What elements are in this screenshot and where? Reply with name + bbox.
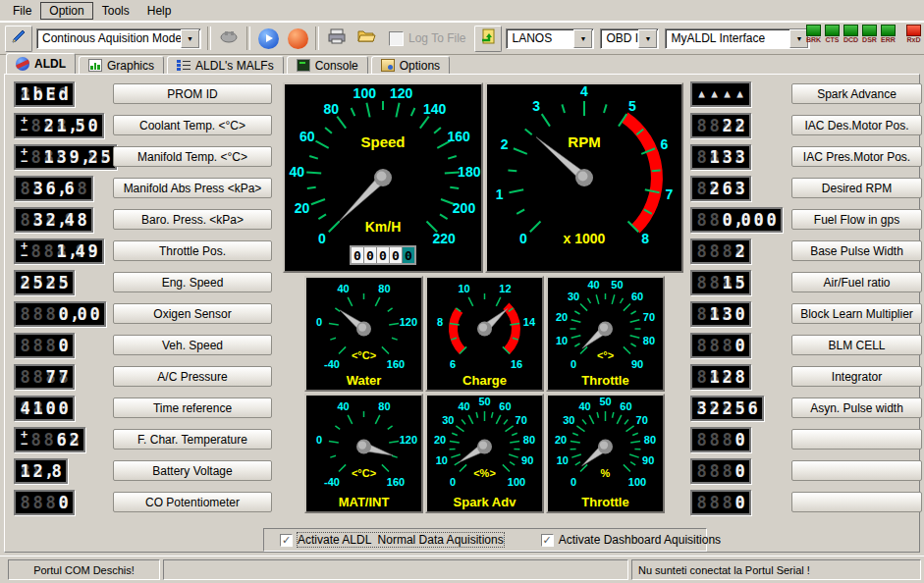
svg-text:0: 0 xyxy=(316,434,322,446)
svg-text:0: 0 xyxy=(571,358,576,370)
menu-tools[interactable]: Tools xyxy=(93,2,138,20)
tab-console[interactable]: Console xyxy=(287,56,368,75)
tab-aldl[interactable]: ALDL xyxy=(6,53,76,75)
sign-indicator: +− xyxy=(19,241,29,261)
obd-select[interactable]: OBD I ▼ xyxy=(600,28,659,49)
tab-label: Graphics xyxy=(107,59,154,73)
chevron-down-icon[interactable]: ▼ xyxy=(181,29,199,48)
sign-indicator: +− xyxy=(19,147,29,167)
parameter-label-button[interactable]: Throttle Pos. xyxy=(113,240,272,261)
svg-text:8: 8 xyxy=(641,231,649,246)
svg-text:8: 8 xyxy=(437,316,443,328)
parameter-label-button[interactable]: Coolant Temp. <°C> xyxy=(113,115,272,135)
port-indicator-cts: CTS xyxy=(823,25,842,44)
stop-button[interactable] xyxy=(284,26,311,52)
parameter-label-button[interactable]: Block Learn Multiplier xyxy=(791,303,922,324)
parameter-label-button[interactable]: Time reference xyxy=(113,398,272,418)
svg-text:-40: -40 xyxy=(324,476,340,488)
svg-text:60: 60 xyxy=(631,291,643,302)
edit-button[interactable] xyxy=(5,26,32,52)
parameter-label-button[interactable]: IAC Pres.Motor Pos. xyxy=(791,146,922,167)
toolbar: Continous Aquisition Mode ▼ Log To File xyxy=(0,22,924,55)
parameter-label-button[interactable]: Air/Fuel ratio xyxy=(791,272,922,292)
tab-bar: ALDL Graphics ALDL's MALFs Console Optio… xyxy=(6,53,450,75)
tab-graphics[interactable]: Graphics xyxy=(79,56,164,75)
chart-icon xyxy=(88,59,102,72)
svg-text:160: 160 xyxy=(387,358,405,370)
print-button[interactable] xyxy=(323,26,351,52)
svg-text:<°>: <°> xyxy=(597,349,614,361)
toolbar-separator xyxy=(315,26,319,50)
tab-label: ALDL's MALFs xyxy=(195,59,274,73)
parameter-label-button[interactable]: Asyn. Pulse width xyxy=(791,398,922,418)
aldl-acquisition-checkbox[interactable]: ✓ Activate ALDL Normal Data Aquisitions xyxy=(280,533,504,547)
connect-button[interactable] xyxy=(215,26,243,52)
port-indicator-rxd: RxD xyxy=(904,25,923,44)
parameter-label-button[interactable]: Manifold Abs Press <kPa> xyxy=(113,178,272,198)
svg-text:Charge: Charge xyxy=(462,373,507,388)
parameter-label-button[interactable]: Battery Voltage xyxy=(113,460,272,481)
dashboard-acquisition-checkbox[interactable]: ✓ Activate Dashboard Aquisitions xyxy=(541,533,721,547)
svg-text:80: 80 xyxy=(644,434,656,446)
led-display: 88882 xyxy=(690,238,751,264)
tab-label: Options xyxy=(400,59,440,73)
led-icon xyxy=(881,25,896,36)
tab-options[interactable]: Options xyxy=(371,56,450,75)
parameter-label-button[interactable]: BLM CELL xyxy=(791,335,922,355)
parameter-label-button[interactable] xyxy=(791,460,922,481)
parameter-label-button[interactable]: PROM ID xyxy=(113,83,272,104)
led-display: 8880,808080 xyxy=(690,207,783,233)
parameter-label-button[interactable]: Oxigen Sensor xyxy=(113,303,272,324)
dashboard-acquisition-label: Activate Dashboard Aquisitions xyxy=(559,533,721,547)
vehicle-value: LANOS xyxy=(507,31,573,45)
svg-text:MAT/INT: MAT/INT xyxy=(339,495,390,509)
parameter-label-button[interactable]: Desired RPM xyxy=(791,178,922,198)
chevron-down-icon[interactable]: ▼ xyxy=(638,29,657,48)
svg-text:Water: Water xyxy=(347,373,382,388)
status-bar: Portul COM Deschis! Nu sunteti conectat … xyxy=(0,556,924,583)
led-display: 88382,8488 xyxy=(14,207,93,233)
parameter-label-button[interactable]: Manifold Temp. <°C> xyxy=(113,146,272,167)
status-com-port: Portul COM Deschis! xyxy=(8,559,160,580)
open-log-button[interactable] xyxy=(353,26,380,52)
checkmark-icon: ✓ xyxy=(280,534,293,547)
app-window: { "menu": { "items": ["File", "Option", … xyxy=(0,0,924,583)
tab-aldl-malfs[interactable]: ALDL's MALFs xyxy=(167,56,284,75)
svg-text:200: 200 xyxy=(453,200,476,216)
menu-option[interactable]: Option xyxy=(40,2,92,20)
sign-indicator: +− xyxy=(19,430,29,450)
parameter-label-button[interactable]: Fuel Flow in gps xyxy=(791,209,922,230)
parameter-label-button[interactable]: Veh. Speed xyxy=(113,335,272,355)
toolbar-separator xyxy=(207,26,211,50)
menu-help[interactable]: Help xyxy=(138,2,181,20)
export-button[interactable] xyxy=(474,26,502,52)
svg-text:90: 90 xyxy=(631,358,643,370)
parameter-label-button[interactable]: IAC Des.Motor Pos. xyxy=(791,115,922,135)
parameter-label-button[interactable]: F. Char. Temperature xyxy=(113,429,272,450)
tab-label: Console xyxy=(315,59,358,73)
led-display: 88880 xyxy=(690,333,751,358)
interface-select[interactable]: MyALDL Interface ▼ xyxy=(665,28,810,49)
parameter-label-button[interactable]: A/C Pressure xyxy=(113,366,272,387)
parameter-label-button[interactable] xyxy=(791,492,922,512)
menu-file[interactable]: File xyxy=(4,2,40,20)
speed-gauge: 020406080100120140160180200220SpeedKm/H0… xyxy=(283,82,483,273)
parameter-label-button[interactable]: Spark Advance xyxy=(791,83,922,104)
acquisition-mode-select[interactable]: Continous Aquisition Mode ▼ xyxy=(36,28,201,49)
chevron-down-icon[interactable]: ▼ xyxy=(573,29,592,48)
led-display: 88880 xyxy=(14,490,75,515)
parameter-label-button[interactable]: CO Potentiometer xyxy=(113,492,272,512)
log-to-file-checkbox[interactable]: Log To File xyxy=(389,31,465,46)
connector-icon xyxy=(219,29,239,47)
parameter-label-button[interactable]: Base Pulse Width xyxy=(791,240,922,261)
start-button[interactable] xyxy=(254,26,282,52)
vehicle-select[interactable]: LANOS ▼ xyxy=(506,28,594,49)
parameter-label-button[interactable]: Baro. Press. <kPa> xyxy=(113,209,272,230)
stop-icon xyxy=(288,28,308,49)
led-display: 88880 xyxy=(690,458,751,484)
led-display: 888185 xyxy=(690,270,751,295)
svg-text:80: 80 xyxy=(643,335,655,346)
parameter-label-button[interactable]: Integrator xyxy=(791,366,922,387)
parameter-label-button[interactable]: Eng. Speed xyxy=(113,272,272,292)
parameter-label-button[interactable] xyxy=(791,429,922,450)
